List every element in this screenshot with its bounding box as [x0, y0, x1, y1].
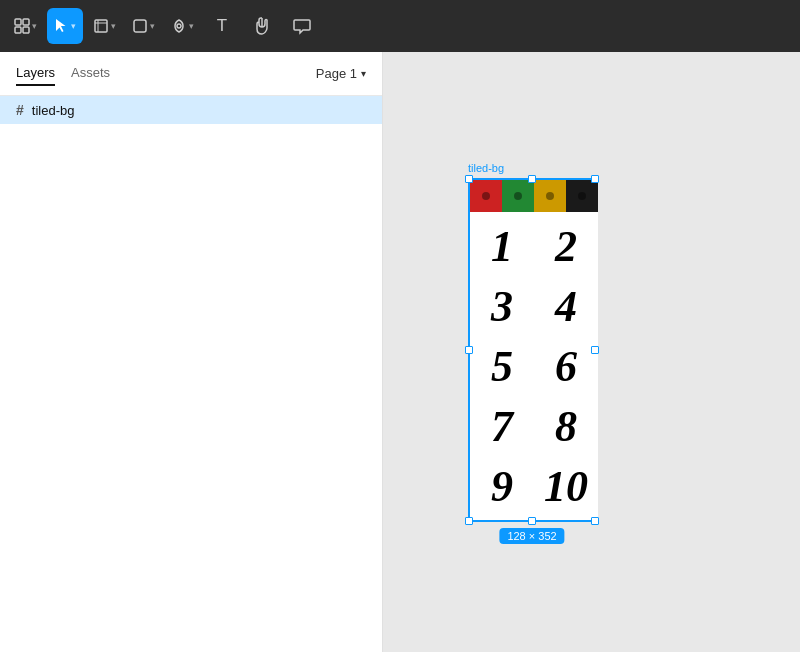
number-cell-10: 10 [534, 456, 598, 516]
number-cell-7: 7 [470, 396, 534, 456]
canvas-element-wrapper: tiled-bg 12345678910 128 × 352 [468, 162, 596, 522]
size-label: 128 × 352 [499, 528, 564, 544]
handle-top-left[interactable] [465, 175, 473, 183]
design-element: 12345678910 [470, 180, 598, 520]
canvas-element-label: tiled-bg [468, 162, 596, 174]
pen-tool-chevron: ▾ [189, 21, 194, 31]
handle-top-right[interactable] [591, 175, 599, 183]
left-panel: Layers Assets Page 1 ▾ # tiled-bg [0, 52, 383, 652]
handle-middle-left[interactable] [465, 346, 473, 354]
page-label: Page 1 [316, 66, 357, 81]
component-tool-button[interactable]: ▾ [8, 8, 43, 44]
component-tool-chevron: ▾ [32, 21, 37, 31]
comment-tool-button[interactable] [284, 8, 320, 44]
layer-item[interactable]: # tiled-bg [0, 96, 382, 124]
layer-list: # tiled-bg [0, 96, 382, 124]
select-tool-button[interactable]: ▾ [47, 8, 83, 44]
shape-tool-chevron: ▾ [150, 21, 155, 31]
layer-name: tiled-bg [32, 103, 75, 118]
text-tool-icon: T [217, 16, 227, 36]
svg-rect-2 [15, 27, 21, 33]
canvas[interactable]: tiled-bg 12345678910 128 × 352 [383, 52, 800, 652]
number-cell-4: 4 [534, 276, 598, 336]
tile-dot-0 [482, 192, 490, 200]
toolbar: ▾ ▾ ▾ ▾ ▾ T [0, 0, 800, 52]
svg-rect-7 [134, 20, 146, 32]
select-tool-chevron: ▾ [71, 21, 76, 31]
page-chevron: ▾ [361, 68, 366, 79]
pen-tool-button[interactable]: ▾ [165, 8, 200, 44]
number-cell-9: 9 [470, 456, 534, 516]
panel-tabs: Layers Assets Page 1 ▾ [0, 52, 382, 96]
tile-dot-3 [578, 192, 586, 200]
svg-point-8 [177, 24, 181, 28]
main-area: Layers Assets Page 1 ▾ # tiled-bg tiled-… [0, 52, 800, 652]
handle-middle-right[interactable] [591, 346, 599, 354]
canvas-selection[interactable]: 12345678910 128 × 352 [468, 178, 596, 522]
tile-dot-1 [514, 192, 522, 200]
tab-assets[interactable]: Assets [71, 61, 110, 86]
number-cell-3: 3 [470, 276, 534, 336]
handle-bottom-right[interactable] [591, 517, 599, 525]
handle-bottom-center[interactable] [528, 517, 536, 525]
page-selector[interactable]: Page 1 ▾ [316, 66, 366, 81]
number-grid: 12345678910 [470, 212, 598, 520]
shape-tool-button[interactable]: ▾ [126, 8, 161, 44]
handle-bottom-left[interactable] [465, 517, 473, 525]
color-tile-1 [502, 180, 534, 212]
svg-rect-3 [23, 27, 29, 33]
hand-tool-button[interactable] [244, 8, 280, 44]
frame-tool-chevron: ▾ [111, 21, 116, 31]
svg-rect-0 [15, 19, 21, 25]
text-tool-button[interactable]: T [204, 8, 240, 44]
layer-frame-icon: # [16, 102, 24, 118]
color-tile-0 [470, 180, 502, 212]
color-tile-2 [534, 180, 566, 212]
frame-tool-button[interactable]: ▾ [87, 8, 122, 44]
number-cell-1: 1 [470, 216, 534, 276]
number-cell-6: 6 [534, 336, 598, 396]
tile-dot-2 [546, 192, 554, 200]
tab-layers[interactable]: Layers [16, 61, 55, 86]
svg-rect-4 [95, 20, 107, 32]
number-cell-2: 2 [534, 216, 598, 276]
number-cell-8: 8 [534, 396, 598, 456]
panel-tabs-left: Layers Assets [16, 61, 110, 86]
handle-top-center[interactable] [528, 175, 536, 183]
color-tiles-row [470, 180, 598, 212]
number-cell-5: 5 [470, 336, 534, 396]
color-tile-3 [566, 180, 598, 212]
svg-rect-1 [23, 19, 29, 25]
